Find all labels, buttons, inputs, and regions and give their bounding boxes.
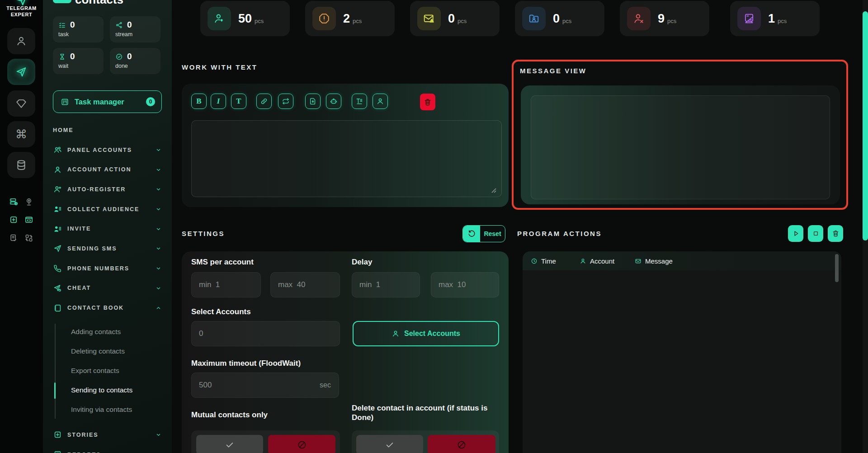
- stat-card-failed-accounts: 9 pcs: [620, 1, 709, 36]
- rail-item-sending[interactable]: [7, 59, 35, 85]
- submenu-item-sending-to-contacts[interactable]: Sending to contacts: [43, 381, 172, 400]
- delay-min-input[interactable]: [352, 272, 420, 297]
- task-manager-button[interactable]: Task manager 0: [53, 90, 162, 113]
- database-icon: [15, 159, 27, 171]
- robot-button[interactable]: [326, 94, 341, 109]
- rail-item-database[interactable]: [7, 152, 35, 178]
- bold-button[interactable]: B: [191, 94, 207, 109]
- sidebar-item-label: PANEL ACCOUNTS: [67, 147, 132, 153]
- code-window-icon[interactable]: [24, 215, 33, 224]
- chevron-down-icon: [155, 285, 162, 292]
- delay-max-input[interactable]: [431, 272, 499, 297]
- selected-accounts-count-input[interactable]: [191, 321, 340, 346]
- brand-line2: EXPERT: [0, 11, 43, 18]
- reset-button[interactable]: Reset: [462, 225, 505, 242]
- submenu-item-adding-contacts[interactable]: Adding contacts: [43, 322, 172, 341]
- text-button[interactable]: T: [231, 94, 246, 109]
- sms-min-input[interactable]: [191, 272, 261, 297]
- select-accounts-label: Select Accounts: [191, 307, 251, 316]
- message-text-input[interactable]: [191, 120, 502, 197]
- submenu-item-deleting-contacts[interactable]: Deleting contacts: [43, 341, 172, 361]
- user-icon: [53, 165, 62, 174]
- text-glyph: T: [236, 97, 241, 106]
- sidebar-item-contact-book[interactable]: CONTACT BOOK: [43, 298, 172, 318]
- rail-item-premium[interactable]: [7, 90, 35, 117]
- table-scrollbar[interactable]: [835, 254, 839, 282]
- counter-wait: 0 wait: [53, 48, 104, 74]
- sidebar-item-label: ACCOUNT ACTION: [67, 166, 131, 173]
- plus-square-icon: [53, 430, 62, 439]
- submenu-item-inviting-via-contacts[interactable]: Inviting via contacts: [43, 400, 172, 420]
- sidebar-item-panel-accounts[interactable]: PANEL ACCOUNTS: [43, 140, 172, 160]
- sidebar-item-invite[interactable]: INVITE: [43, 219, 172, 239]
- webcam-icon[interactable]: [24, 197, 33, 206]
- task-manager-badge: 0: [146, 97, 155, 106]
- start-button[interactable]: [788, 225, 803, 242]
- delete-yes-button[interactable]: [356, 435, 423, 453]
- sidebar-item-sending-sms[interactable]: SENDING SMS: [43, 239, 172, 259]
- mail-icon: [635, 258, 642, 264]
- sidebar-item-home[interactable]: HOME: [43, 120, 172, 140]
- doc-check-icon[interactable]: [9, 233, 18, 242]
- sidebar-item-account-action[interactable]: ACCOUNT ACTION: [43, 160, 172, 179]
- swap-icon[interactable]: [24, 233, 33, 242]
- sidebar-item-label: STORIES: [67, 432, 99, 438]
- page-scrollbar[interactable]: [863, 0, 868, 453]
- submenu-item-export-contacts[interactable]: Export contacts: [43, 361, 172, 380]
- page-scrollbar-thumb[interactable]: [863, 11, 868, 241]
- work-with-text-panel: B I T: [182, 84, 509, 207]
- link-button[interactable]: [256, 94, 272, 109]
- sidebar-item-label: AUTO-REGISTER: [67, 186, 126, 193]
- trash-icon: [832, 230, 840, 237]
- stop-button[interactable]: [808, 225, 823, 242]
- program-actions-heading: PROGRAM ACTIONS: [517, 230, 602, 237]
- timeout-input[interactable]: [191, 373, 339, 398]
- clear-text-button[interactable]: [420, 94, 435, 110]
- play-icon: [792, 230, 800, 237]
- sidebar-item-label: CONTACT BOOK: [67, 305, 124, 311]
- phone-icon: [53, 264, 62, 273]
- mutual-contacts-label: Mutual contacts only: [191, 411, 268, 420]
- sms-per-account-label: SMS per account: [191, 258, 254, 267]
- repeat-button[interactable]: [278, 94, 293, 109]
- resize-handle-icon[interactable]: [491, 187, 496, 195]
- select-accounts-button[interactable]: Select Accounts: [353, 321, 499, 346]
- counter-stream: 0 stream: [110, 16, 160, 42]
- sidebar-item-stories[interactable]: STORIES: [43, 425, 172, 445]
- mutual-yes-button[interactable]: [196, 435, 263, 453]
- sidebar-item-reports[interactable]: REPORTS: [43, 445, 172, 453]
- sidebar-nav: HOME PANEL ACCOUNTS ACCOUNT ACTION AUTO-…: [43, 120, 172, 318]
- person-insert-button[interactable]: [373, 94, 388, 109]
- task-manager-label: Task manager: [75, 98, 124, 106]
- italic-button[interactable]: I: [211, 94, 226, 109]
- counter-stream-label: stream: [115, 31, 156, 38]
- chevron-down-icon: [155, 206, 162, 212]
- sidebar: contacts 0 task 0 stream 0 wait 0 done T…: [43, 0, 172, 453]
- book-icon: [53, 303, 62, 312]
- sidebar-item-collect-audience[interactable]: COLLECT AUDIENCE: [43, 199, 172, 219]
- program-actions-table: Time Account Message: [523, 251, 841, 453]
- rail-item-commands[interactable]: ⌘: [7, 121, 35, 147]
- person-icon: [376, 97, 384, 105]
- sidebar-item-label: CHEAT: [67, 285, 91, 291]
- server-check-icon[interactable]: [9, 197, 18, 206]
- users-icon: [53, 146, 62, 155]
- file-download-button[interactable]: [305, 94, 321, 109]
- delete-no-button[interactable]: [428, 435, 495, 453]
- gem-icon: [15, 98, 27, 109]
- stat-value: 9: [658, 12, 665, 26]
- kanban-icon: [61, 98, 69, 106]
- column-time: Time: [531, 251, 556, 270]
- gear-icon[interactable]: [9, 215, 18, 224]
- sidebar-item-phone-numbers[interactable]: PHONE NUMBERS: [43, 259, 172, 278]
- text-template-button[interactable]: [352, 94, 367, 109]
- rail-item-accounts[interactable]: [7, 28, 35, 54]
- work-with-text-heading: WORK WITH TEXT: [182, 63, 257, 71]
- clear-log-button[interactable]: [828, 225, 843, 242]
- mutual-no-button[interactable]: [268, 435, 335, 453]
- stat-unit: pcs: [458, 18, 467, 24]
- sms-max-input[interactable]: [270, 272, 340, 297]
- sidebar-item-auto-register[interactable]: AUTO-REGISTER: [43, 179, 172, 199]
- delete-contact-label: Delete contact in account (if status is …: [352, 403, 495, 423]
- sidebar-item-cheat[interactable]: CHEAT: [43, 278, 172, 298]
